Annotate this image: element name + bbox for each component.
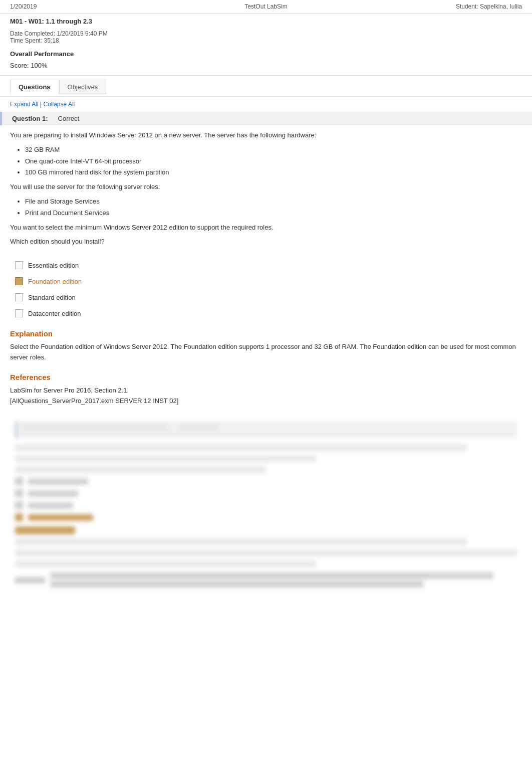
roles-list: File and Storage Services Print and Docu… (25, 197, 522, 219)
expand-collapse-bar: Expand All | Collapse All (0, 97, 532, 112)
explanation-body: Select the Foundation edition of Windows… (0, 340, 532, 368)
references-body: LabSim for Server Pro 2016, Section 2.1.… (0, 383, 532, 412)
tab-objectives[interactable]: Objectives (59, 80, 107, 94)
date-completed-label: Date Completed: (10, 30, 55, 37)
roles-intro: You will use the server for the followin… (10, 182, 522, 192)
top-bar-student: Student: Sapelkina, Iuliia (456, 3, 522, 10)
breadcrumb: M01 - W01: 1.1 through 2.3 (0, 14, 532, 27)
blurred-content (10, 416, 522, 597)
question1-label: Question 1: (12, 115, 48, 122)
option-datacenter-text: Datacenter edition (28, 310, 81, 317)
hardware-list: 32 GB RAM One quad-core Intel-VT 64-bit … (25, 145, 522, 178)
date-completed-value: 1/20/2019 9:40 PM (57, 30, 107, 37)
date-completed-line: Date Completed: 1/20/2019 9:40 PM (10, 30, 108, 37)
option-foundation[interactable]: Foundation edition (10, 274, 532, 288)
option-standard[interactable]: Standard edition (10, 290, 532, 304)
option-essentials[interactable]: Essentials edition (10, 258, 532, 272)
meta-section: Date Completed: 1/20/2019 9:40 PM Time S… (0, 27, 532, 47)
top-bar-date: 1/20/2019 (10, 3, 37, 10)
question1-line2: Which edition should you install? (10, 237, 522, 247)
option-essentials-text: Essentials edition (28, 262, 79, 269)
role-item-2: Print and Document Services (25, 208, 522, 219)
question1-line1: You want to select the minimum Windows S… (10, 223, 522, 233)
hardware-item-2: One quad-core Intel-VT 64-bit processor (25, 156, 522, 167)
score-line: Score: 100% (0, 60, 532, 73)
tab-questions[interactable]: Questions (10, 80, 59, 94)
option-standard-text: Standard edition (28, 294, 76, 301)
answer-options: Essentials edition Foundation edition St… (10, 258, 532, 320)
top-bar: 1/20/2019 TestOut LabSim Student: Sapelk… (0, 0, 532, 14)
option-foundation-radio (15, 277, 23, 285)
time-spent-value: 35:18 (44, 37, 59, 44)
overall-performance-heading: Overall Performance (0, 47, 532, 60)
option-datacenter[interactable]: Datacenter edition (10, 306, 532, 320)
references-heading: References (0, 368, 532, 383)
hardware-item-3: 100 GB mirrored hard disk for the system… (25, 167, 522, 178)
references-line1: LabSim for Server Pro 2016, Section 2.1. (10, 385, 522, 396)
score-label: Score: (10, 62, 29, 69)
collapse-all-link[interactable]: Collapse All (44, 101, 75, 108)
question1-body: You are preparing to install Windows Ser… (0, 125, 532, 254)
role-item-1: File and Storage Services (25, 197, 522, 207)
meta-left: Date Completed: 1/20/2019 9:40 PM Time S… (10, 30, 108, 44)
tabs-section: Questions Objectives (0, 78, 532, 97)
option-datacenter-radio (15, 309, 23, 317)
option-essentials-radio (15, 261, 23, 269)
explanation-heading: Explanation (0, 324, 532, 340)
option-standard-radio (15, 293, 23, 301)
expand-all-link[interactable]: Expand All (10, 101, 39, 108)
question1-header: Question 1: Correct (0, 112, 532, 125)
question1-status: Correct (58, 115, 80, 122)
score-value: 100% (31, 62, 47, 69)
question1-intro: You are preparing to install Windows Ser… (10, 130, 522, 141)
top-bar-appname: TestOut LabSim (244, 3, 287, 10)
time-spent-label: Time Spent: (10, 37, 42, 44)
time-spent-line: Time Spent: 35:18 (10, 37, 108, 44)
references-line2: [AllQuestions_ServerPro_2017.exm SERVER … (10, 396, 522, 407)
hardware-item-1: 32 GB RAM (25, 145, 522, 155)
option-foundation-text: Foundation edition (28, 278, 82, 285)
